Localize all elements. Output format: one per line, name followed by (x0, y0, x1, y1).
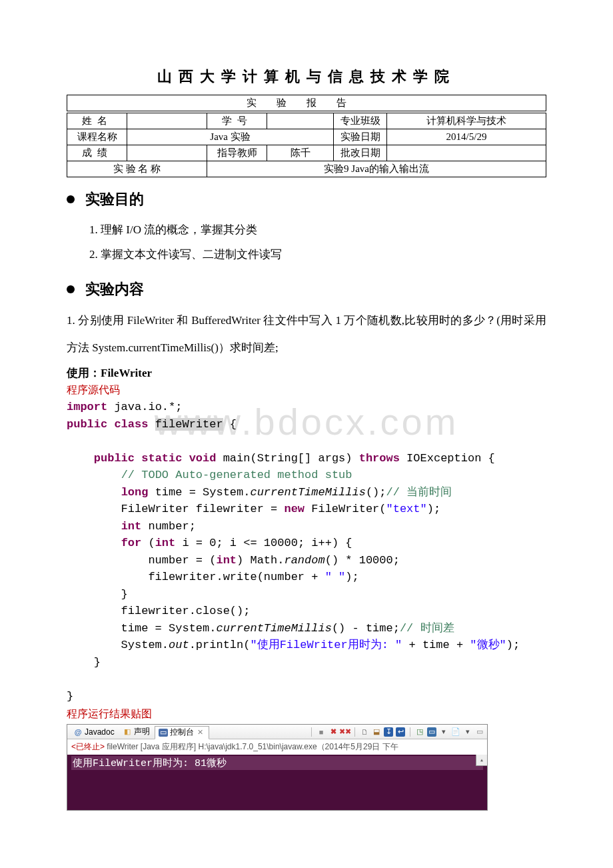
console-screenshot: @ Javadoc ◧ 声明 ▭ 控制台 ✕ ■ ✖ ✖✖ 🗋 ⬓ ↧ (67, 724, 488, 811)
value-teacher: 陈千 (267, 145, 334, 161)
console-info: <已终止> fileWriter [Java 应用程序] H:\java\jdk… (67, 739, 487, 755)
console-tab-strip: @ Javadoc ◧ 声明 ▭ 控制台 ✕ ■ ✖ ✖✖ 🗋 ⬓ ↧ (67, 725, 487, 739)
label-name: 姓名 (82, 115, 113, 126)
code-block: import java.io.*; public class fileWrite… (67, 399, 546, 705)
decl-icon: ◧ (123, 727, 132, 737)
stop-icon[interactable]: ■ (316, 727, 326, 737)
header-table: 姓名 学号 专业班级 计算机科学与技术 课程名称 Java 实验 实验日期 20… (67, 113, 546, 177)
new-console-icon[interactable]: 📄 (451, 727, 460, 737)
scroll-up-icon[interactable]: ▴ (476, 755, 487, 766)
close-tab-icon[interactable]: ✕ (196, 728, 205, 737)
remove-all-icon[interactable]: ✖✖ (340, 727, 350, 737)
console-output-line: 使用FileWriter用时为: 81微秒 (71, 756, 483, 770)
minimize-icon[interactable]: ▭ (475, 727, 484, 737)
clear-icon[interactable]: 🗋 (360, 727, 369, 737)
value-exp-date: 2014/5/29 (387, 129, 546, 145)
word-wrap-icon[interactable]: ↩ (396, 727, 405, 737)
label-student-id: 学号 (222, 115, 253, 126)
scroll-lock-icon[interactable]: ⬓ (372, 727, 381, 737)
label-exp-name: 实 验 名 称 (67, 161, 207, 177)
tab-decl[interactable]: ◧ 声明 (119, 725, 153, 739)
console-icon: ▭ (159, 729, 168, 737)
tab-javadoc[interactable]: @ Javadoc (70, 725, 118, 739)
subtitle: 实验报告 (67, 95, 546, 111)
section-content-title: 实验内容 (67, 279, 546, 299)
label-correct-date: 批改日期 (334, 145, 387, 161)
objective-1: 1. 理解 I/O 流的概念，掌握其分类 (89, 217, 546, 242)
console-toolbar: ■ ✖ ✖✖ 🗋 ⬓ ↧ ↩ ◳ ▭ ▾ 📄 ▾ ▭ (309, 727, 484, 737)
objective-2: 2. 掌握文本文件读写、二进制文件读写 (89, 242, 546, 267)
value-exp-name: 实验9 Java的输入输出流 (207, 161, 546, 177)
task1-desc: 1. 分别使用 FileWriter 和 BufferedWriter 往文件中… (67, 307, 546, 362)
tab-console[interactable]: ▭ 控制台 ✕ (155, 726, 209, 739)
label-course: 课程名称 (67, 129, 127, 145)
src-label: 程序源代码 (67, 383, 546, 397)
section-objective-title: 实验目的 (67, 189, 546, 209)
display-selected-icon[interactable]: ▭ (427, 727, 436, 737)
page-title: 山西大学计算机与信息技术学院 (67, 67, 546, 87)
use-filewriter: 使用：FileWriter (67, 365, 546, 381)
remove-x-icon[interactable]: ✖ (328, 727, 338, 737)
open-console-icon[interactable]: ◳ (415, 727, 424, 737)
label-grade: 成绩 (82, 147, 113, 158)
at-icon: @ (73, 727, 83, 737)
console-output-area: ▴ 使用FileWriter用时为: 81微秒 (67, 755, 487, 810)
dropdown-icon[interactable]: ▾ (439, 727, 448, 737)
pin-icon[interactable]: ↧ (384, 727, 393, 737)
result-label: 程序运行结果贴图 (67, 707, 546, 721)
label-major: 专业班级 (334, 113, 387, 129)
dropdown-2-icon[interactable]: ▾ (463, 727, 472, 737)
value-major: 计算机科学与技术 (387, 113, 546, 129)
value-course: Java 实验 (127, 129, 334, 145)
label-exp-date: 实验日期 (334, 129, 387, 145)
label-teacher: 指导教师 (207, 145, 267, 161)
